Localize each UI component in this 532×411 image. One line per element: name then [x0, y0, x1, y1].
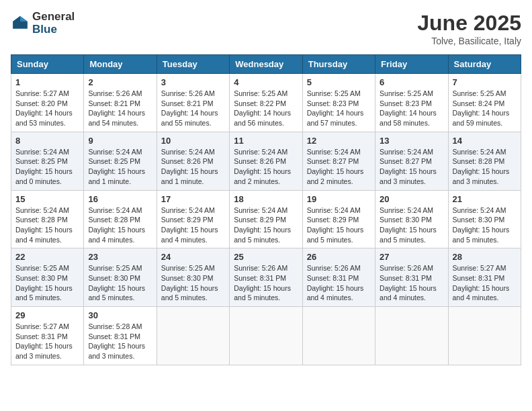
day-info: Sunrise: 5:25 AM Sunset: 8:30 PM Dayligh… [15, 263, 79, 303]
table-row: 4 Sunrise: 5:25 AM Sunset: 8:22 PM Dayli… [230, 74, 302, 132]
daylight-label: Daylight: 14 hours and 59 minutes. [453, 109, 510, 127]
sunset-label: Sunset: 8:29 PM [161, 216, 214, 224]
location-subtitle: Tolve, Basilicate, Italy [417, 36, 521, 46]
sunrise-label: Sunrise: 5:24 AM [307, 206, 361, 214]
table-row: 22 Sunrise: 5:25 AM Sunset: 8:30 PM Dayl… [11, 248, 84, 307]
table-row [375, 307, 448, 365]
table-row: 21 Sunrise: 5:24 AM Sunset: 8:30 PM Dayl… [448, 190, 521, 248]
daylight-label: Daylight: 15 hours and 1 minute. [88, 167, 145, 185]
sunrise-label: Sunrise: 5:26 AM [380, 264, 433, 272]
calendar-row: 8 Sunrise: 5:24 AM Sunset: 8:25 PM Dayli… [11, 132, 521, 190]
sunset-label: Sunset: 8:30 PM [453, 216, 505, 224]
day-number: 14 [453, 136, 517, 146]
day-info: Sunrise: 5:25 AM Sunset: 8:24 PM Dayligh… [453, 89, 517, 128]
sunset-label: Sunset: 8:29 PM [307, 216, 359, 224]
daylight-label: Daylight: 15 hours and 5 minutes. [307, 226, 364, 244]
day-number: 26 [307, 252, 371, 262]
sunset-label: Sunset: 8:21 PM [161, 99, 214, 107]
sunrise-label: Sunrise: 5:24 AM [15, 206, 69, 214]
daylight-label: Daylight: 15 hours and 5 minutes. [453, 226, 510, 244]
day-info: Sunrise: 5:26 AM Sunset: 8:31 PM Dayligh… [380, 263, 443, 303]
daylight-label: Daylight: 14 hours and 55 minutes. [161, 109, 218, 127]
logo-general: General [32, 11, 75, 24]
daylight-label: Daylight: 15 hours and 4 minutes. [15, 226, 73, 244]
sunset-label: Sunset: 8:21 PM [88, 99, 140, 107]
day-number: 24 [161, 252, 225, 262]
sunset-label: Sunset: 8:27 PM [380, 157, 432, 165]
day-number: 20 [380, 194, 443, 204]
day-number: 30 [88, 310, 152, 320]
table-row: 26 Sunrise: 5:26 AM Sunset: 8:31 PM Dayl… [302, 248, 375, 307]
logo: General Blue [11, 11, 75, 36]
day-info: Sunrise: 5:24 AM Sunset: 8:29 PM Dayligh… [161, 205, 225, 245]
day-number: 1 [15, 77, 79, 87]
sunrise-label: Sunrise: 5:27 AM [15, 322, 69, 330]
sunrise-label: Sunrise: 5:24 AM [161, 206, 215, 214]
sunrise-label: Sunrise: 5:26 AM [161, 89, 215, 97]
table-row [157, 307, 229, 365]
sunrise-label: Sunrise: 5:24 AM [380, 206, 433, 214]
sunrise-label: Sunrise: 5:27 AM [453, 264, 506, 272]
sunrise-label: Sunrise: 5:27 AM [15, 89, 69, 97]
day-info: Sunrise: 5:27 AM Sunset: 8:20 PM Dayligh… [15, 89, 79, 128]
sunset-label: Sunset: 8:30 PM [15, 274, 68, 282]
table-row: 13 Sunrise: 5:24 AM Sunset: 8:27 PM Dayl… [375, 132, 448, 190]
sunset-label: Sunset: 8:27 PM [307, 157, 359, 165]
daylight-label: Daylight: 15 hours and 1 minute. [161, 167, 218, 185]
table-row: 8 Sunrise: 5:24 AM Sunset: 8:25 PM Dayli… [11, 132, 84, 190]
daylight-label: Daylight: 15 hours and 2 minutes. [234, 167, 291, 185]
svg-marker-1 [20, 16, 28, 21]
day-number: 12 [307, 136, 371, 146]
table-row: 25 Sunrise: 5:26 AM Sunset: 8:31 PM Dayl… [230, 248, 302, 307]
day-info: Sunrise: 5:24 AM Sunset: 8:27 PM Dayligh… [307, 147, 371, 187]
sunrise-label: Sunrise: 5:24 AM [15, 148, 69, 156]
sunset-label: Sunset: 8:26 PM [234, 157, 286, 165]
sunset-label: Sunset: 8:30 PM [380, 216, 432, 224]
col-monday: Monday [84, 55, 157, 74]
sunrise-label: Sunrise: 5:24 AM [234, 148, 287, 156]
sunrise-label: Sunrise: 5:25 AM [453, 89, 506, 97]
day-info: Sunrise: 5:24 AM Sunset: 8:30 PM Dayligh… [380, 205, 443, 245]
sunrise-label: Sunrise: 5:25 AM [380, 89, 433, 97]
table-row: 5 Sunrise: 5:25 AM Sunset: 8:23 PM Dayli… [302, 74, 375, 132]
daylight-label: Daylight: 15 hours and 2 minutes. [307, 167, 364, 185]
day-number: 7 [453, 77, 517, 87]
day-number: 21 [453, 194, 517, 204]
sunrise-label: Sunrise: 5:25 AM [307, 89, 361, 97]
day-info: Sunrise: 5:28 AM Sunset: 8:31 PM Dayligh… [88, 322, 152, 361]
daylight-label: Daylight: 14 hours and 54 minutes. [88, 109, 145, 127]
day-info: Sunrise: 5:24 AM Sunset: 8:27 PM Dayligh… [380, 147, 443, 187]
day-info: Sunrise: 5:26 AM Sunset: 8:21 PM Dayligh… [88, 89, 152, 128]
sunset-label: Sunset: 8:31 PM [453, 274, 505, 282]
table-row: 17 Sunrise: 5:24 AM Sunset: 8:29 PM Dayl… [157, 190, 229, 248]
daylight-label: Daylight: 15 hours and 4 minutes. [88, 226, 145, 244]
calendar-row: 15 Sunrise: 5:24 AM Sunset: 8:28 PM Dayl… [11, 190, 521, 248]
daylight-label: Daylight: 15 hours and 3 minutes. [88, 342, 145, 360]
day-info: Sunrise: 5:25 AM Sunset: 8:23 PM Dayligh… [307, 89, 371, 128]
table-row: 30 Sunrise: 5:28 AM Sunset: 8:31 PM Dayl… [84, 307, 157, 365]
sunrise-label: Sunrise: 5:24 AM [453, 206, 506, 214]
table-row: 20 Sunrise: 5:24 AM Sunset: 8:30 PM Dayl… [375, 190, 448, 248]
day-number: 6 [380, 77, 443, 87]
day-info: Sunrise: 5:24 AM Sunset: 8:26 PM Dayligh… [161, 147, 225, 187]
month-title: June 2025 [417, 11, 521, 36]
sunset-label: Sunset: 8:30 PM [88, 274, 140, 282]
sunrise-label: Sunrise: 5:24 AM [234, 206, 287, 214]
day-number: 17 [161, 194, 225, 204]
day-number: 18 [234, 194, 298, 204]
sunset-label: Sunset: 8:31 PM [380, 274, 432, 282]
logo-icon [11, 14, 30, 33]
daylight-label: Daylight: 15 hours and 3 minutes. [15, 342, 73, 360]
table-row [302, 307, 375, 365]
table-row: 1 Sunrise: 5:27 AM Sunset: 8:20 PM Dayli… [11, 74, 84, 132]
day-number: 15 [15, 194, 79, 204]
table-row: 7 Sunrise: 5:25 AM Sunset: 8:24 PM Dayli… [448, 74, 521, 132]
sunset-label: Sunset: 8:25 PM [15, 157, 68, 165]
table-row: 18 Sunrise: 5:24 AM Sunset: 8:29 PM Dayl… [230, 190, 302, 248]
daylight-label: Daylight: 14 hours and 53 minutes. [15, 109, 73, 127]
day-info: Sunrise: 5:24 AM Sunset: 8:26 PM Dayligh… [234, 147, 298, 187]
day-info: Sunrise: 5:26 AM Sunset: 8:21 PM Dayligh… [161, 89, 225, 128]
table-row: 27 Sunrise: 5:26 AM Sunset: 8:31 PM Dayl… [375, 248, 448, 307]
daylight-label: Daylight: 15 hours and 5 minutes. [234, 284, 291, 302]
day-number: 23 [88, 252, 152, 262]
